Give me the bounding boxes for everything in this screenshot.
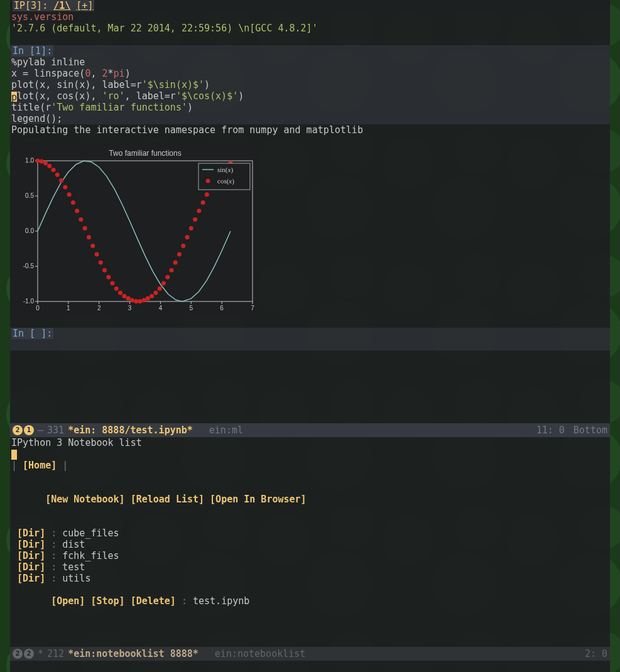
svg-text:3: 3 — [128, 305, 132, 312]
svg-point-32 — [47, 164, 52, 168]
svg-text:1: 1 — [67, 305, 70, 312]
modeline-bottom: 2 2 * 212 *ein:notebooklist 8888* ein:no… — [10, 647, 610, 661]
svg-point-45 — [99, 261, 103, 265]
svg-point-54 — [134, 299, 138, 303]
cursor-pane2 — [11, 450, 17, 460]
svg-point-53 — [130, 298, 134, 302]
open-nb-button[interactable]: [Open] — [51, 595, 85, 607]
svg-point-49 — [114, 286, 119, 291]
notebook-tab-active[interactable]: /1\ — [53, 0, 70, 11]
modeline-chevron-icon — [198, 423, 205, 437]
svg-text:cos(x): cos(x) — [217, 177, 234, 185]
svg-point-68 — [189, 226, 193, 230]
svg-point-44 — [94, 252, 99, 257]
modeline-position: Bottom — [574, 425, 607, 436]
code-cell-empty[interactable]: In [ ]: — [10, 328, 610, 350]
svg-point-63 — [169, 268, 173, 273]
svg-point-70 — [197, 209, 201, 213]
cell1-line4: plot(x, cos(x), 'ro', label=r'$\cos(x)$'… — [11, 90, 609, 102]
svg-text:5: 5 — [190, 305, 193, 312]
buffer-name[interactable]: *ein: 8888/test.ipynb* — [68, 425, 193, 436]
modeline-modified: * — [38, 648, 43, 659]
delete-nb-button[interactable]: [Delete] — [131, 595, 176, 607]
svg-text:6: 6 — [220, 305, 224, 312]
notebook-list: [Dir] : cube_files [Dir] : dist [Dir] : … — [11, 528, 609, 584]
window-indicator-icon: 2 — [13, 649, 23, 659]
svg-text:0.0: 0.0 — [25, 227, 34, 234]
cell1-line1: %pylab inline — [11, 57, 609, 68]
major-mode-2: ein:notebooklist — [215, 648, 306, 659]
notebook-file[interactable]: test.ipynb — [193, 595, 249, 607]
svg-point-38 — [71, 200, 75, 205]
svg-text:-0.5: -0.5 — [23, 263, 35, 269]
svg-point-36 — [63, 185, 67, 190]
list-item[interactable]: [Dir] : test — [11, 561, 609, 573]
modeline-line-count: 331 — [47, 425, 64, 436]
cell2-prompt: In [ ]: — [11, 328, 53, 339]
home-link[interactable]: [Home] — [23, 460, 57, 471]
svg-point-69 — [193, 217, 197, 222]
svg-text:Two familiar functions: Two familiar functions — [109, 149, 181, 158]
svg-point-56 — [142, 298, 146, 302]
buffer-name-2[interactable]: *ein:notebooklist 8888* — [68, 648, 199, 659]
major-mode: ein:ml — [209, 425, 243, 436]
modeline-top: 2 1 – 331 *ein: 8888/test.ipynb* ein:ml … — [10, 423, 610, 437]
list-item[interactable]: [Dir] : fchk_files — [11, 550, 609, 561]
cell0-code: sys.version — [11, 11, 609, 23]
svg-point-50 — [118, 291, 122, 295]
new-notebook-button[interactable]: [New Notebook] — [45, 494, 124, 505]
cell0-output: '2.7.6 (default, Mar 22 2014, 22:59:56) … — [11, 23, 609, 34]
svg-point-33 — [52, 168, 56, 172]
svg-text:4: 4 — [159, 305, 163, 312]
window-indicator-icon: 2 — [13, 425, 23, 435]
svg-point-71 — [201, 200, 205, 205]
cell1-prompt: In [1]: — [11, 45, 53, 57]
svg-point-37 — [67, 192, 72, 197]
svg-point-60 — [158, 286, 162, 291]
svg-point-72 — [205, 192, 209, 197]
cell1-line3: plot(x, sin(x), label=r'$\sin(x)$') — [11, 79, 609, 90]
svg-text:1.0: 1.0 — [25, 157, 34, 164]
svg-point-43 — [90, 244, 95, 248]
svg-point-82 — [206, 179, 210, 183]
svg-point-35 — [59, 178, 63, 183]
reload-list-button[interactable]: [Reload List] — [131, 494, 204, 505]
svg-point-39 — [75, 209, 79, 213]
cell1-line5: title(r'Two familiar functions') — [11, 102, 609, 113]
notebook-tab-add[interactable]: [+] — [76, 0, 93, 11]
code-cell-1[interactable]: In [1]: %pylab inline x = linspace(0, 2*… — [10, 45, 610, 124]
stop-nb-button[interactable]: [Stop] — [90, 595, 124, 607]
svg-point-51 — [122, 294, 126, 298]
buffer-indicator-icon: 1 — [24, 425, 34, 435]
open-in-browser-button[interactable]: [Open In Browser] — [210, 494, 307, 505]
list-item[interactable]: [Dir] : dist — [11, 539, 609, 550]
list-item[interactable]: [Dir] : utils — [11, 573, 609, 584]
cell1-line2: x = linspace(0, 2*pi) — [11, 68, 609, 79]
svg-point-34 — [55, 173, 60, 177]
svg-text:sin(x): sin(x) — [217, 166, 233, 174]
minibuffer[interactable] — [10, 661, 610, 672]
svg-point-61 — [161, 281, 166, 286]
svg-point-47 — [106, 275, 111, 279]
svg-text:-1.0: -1.0 — [23, 298, 35, 305]
svg-point-46 — [102, 268, 107, 273]
list-item[interactable]: [Dir] : cube_files — [11, 528, 609, 539]
svg-point-65 — [177, 252, 182, 257]
cell1-line6: legend(); — [11, 113, 609, 124]
svg-point-29 — [36, 159, 40, 163]
notebooklist-title: IPython 3 Notebook list — [11, 437, 609, 448]
svg-point-58 — [150, 294, 154, 298]
svg-point-66 — [181, 244, 185, 248]
svg-point-52 — [126, 296, 131, 300]
svg-point-40 — [79, 217, 83, 222]
svg-text:2: 2 — [97, 305, 101, 312]
svg-point-62 — [165, 275, 170, 279]
svg-point-30 — [40, 159, 44, 163]
plot-output: Two familiar functions01234567-1.0-0.50.… — [10, 143, 261, 317]
svg-point-31 — [43, 161, 48, 165]
modeline-line-count2: 212 — [47, 648, 64, 659]
svg-point-55 — [138, 299, 142, 303]
svg-text:0: 0 — [36, 305, 40, 312]
text-cursor: p — [11, 92, 17, 102]
svg-point-64 — [173, 261, 178, 265]
